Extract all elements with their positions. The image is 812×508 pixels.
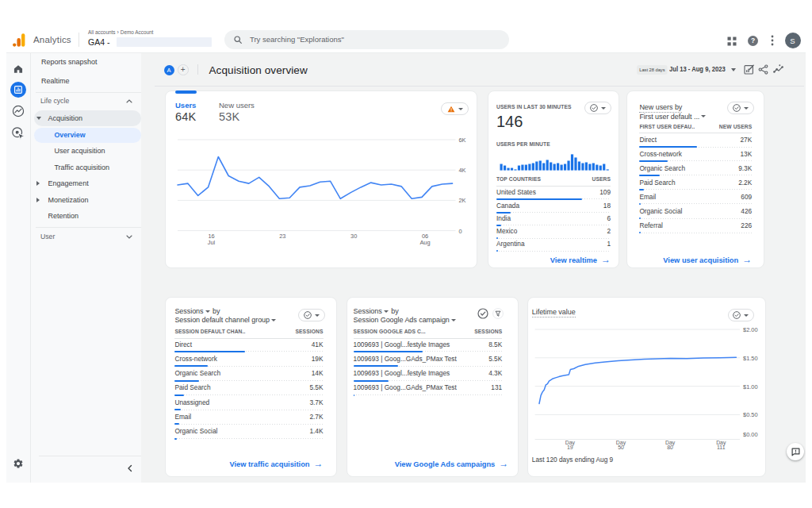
chevron-down-icon[interactable]	[126, 235, 132, 239]
filter-icon[interactable]	[492, 308, 504, 319]
table-row-value: 2.7K	[309, 413, 323, 421]
sidebar-item-label: Engagement	[48, 179, 89, 187]
table-row-label: Email	[639, 193, 656, 201]
view-user-acquisition-link[interactable]: View user acquisition →	[663, 255, 752, 266]
dimension-dropdown[interactable]: First user default ...	[639, 113, 707, 121]
sidebar-item-monetization[interactable]: Monetization	[31, 192, 141, 208]
add-comparison-button[interactable]: +	[178, 64, 189, 75]
feedback-button[interactable]	[787, 443, 804, 460]
check-circle-icon[interactable]	[477, 308, 488, 319]
settings-gear-icon[interactable]	[13, 458, 24, 469]
sidebar-item-reports-snapshot[interactable]: Reports snapshot	[31, 54, 141, 70]
table-row-label: Direct	[174, 341, 192, 348]
reports-icon[interactable]	[10, 82, 26, 98]
table-row-label: Paid Search	[639, 179, 675, 187]
metric-label: Sessions	[174, 307, 203, 315]
sidebar-item-life-cycle[interactable]: Life cycle	[31, 93, 141, 109]
share-icon[interactable]	[758, 64, 768, 75]
advertising-icon[interactable]	[12, 127, 25, 140]
page-title: Acquisition overview	[209, 64, 308, 76]
x-axis-label: Day50	[616, 441, 626, 451]
collapsed-arrow-icon[interactable]	[36, 198, 40, 202]
help-icon[interactable]: ?	[748, 36, 758, 46]
caret-down-icon	[384, 310, 389, 313]
data-quality-dropdown[interactable]	[298, 309, 325, 321]
table-col-header: SESSIONS	[474, 329, 502, 334]
left-icon-rail	[6, 53, 31, 483]
breadcrumb[interactable]: All accounts › Demo Account	[88, 29, 153, 35]
breadcrumb-account[interactable]: Demo Account	[121, 29, 154, 35]
x-axis-label: 16Jul	[208, 233, 215, 247]
table-row-value: 2.2K	[738, 179, 752, 187]
table-row-value: 13K	[740, 150, 752, 158]
dimension-dropdown[interactable]: Session Google Ads campaign	[354, 316, 457, 324]
table-row-bar	[174, 423, 179, 425]
table-row-value: 131	[491, 383, 502, 391]
x-axis-label: 30	[350, 233, 357, 241]
table-row-divider	[639, 189, 752, 190]
sessions-campaign-card: Sessions by Session Google Ads campaign …	[347, 297, 519, 477]
table-row-value: 9.3K	[738, 164, 752, 172]
table-row-divider	[496, 238, 611, 239]
chevron-up-icon[interactable]	[126, 99, 132, 103]
table-col-header: NEW USERS	[719, 124, 752, 129]
view-traffic-acquisition-link[interactable]: View traffic acquisition →	[229, 459, 323, 470]
data-quality-dropdown[interactable]	[727, 102, 754, 114]
table-row-divider	[496, 212, 611, 213]
table-row-label: United States	[496, 188, 536, 196]
table-row-value: 18	[603, 202, 611, 210]
table-row-bar	[354, 394, 355, 396]
breadcrumb-chevron-icon: ›	[117, 29, 118, 35]
sidebar-item-label: Traffic acquisition	[54, 164, 109, 171]
table-row-label: Organic Search	[174, 369, 220, 377]
y-axis-label: 2K	[459, 197, 466, 204]
view-google-ads-campaigns-link[interactable]: View Google Ads campaigns →	[395, 459, 509, 470]
metric-dropdown[interactable]: Sessions by	[174, 307, 220, 315]
sidebar-item-label: Realtime	[41, 77, 70, 85]
realtime-card: USERS IN LAST 30 MINUTES 146 USERS PER M…	[488, 90, 619, 268]
explore-icon[interactable]	[13, 106, 25, 117]
sidebar-item-acquisition[interactable]: Acquisition	[31, 110, 141, 126]
breadcrumb-all-accounts[interactable]: All accounts	[88, 29, 115, 35]
table-row-bar	[496, 212, 511, 214]
sidebar-item-overview[interactable]: Overview	[31, 127, 141, 143]
sidebar-item-user-acquisition[interactable]: User acquisition	[31, 143, 141, 159]
apps-grid-icon[interactable]	[727, 37, 737, 46]
sidebar-item-label: Monetization	[48, 196, 89, 204]
more-vert-icon[interactable]	[771, 35, 774, 46]
collapsed-arrow-icon[interactable]	[36, 181, 40, 186]
view-realtime-link[interactable]: View realtime →	[550, 255, 611, 266]
analytics-app: Analytics All accounts › Demo Account GA…	[6, 24, 806, 483]
sidebar-item-user[interactable]: User	[31, 229, 141, 244]
collapse-nav-icon[interactable]	[124, 463, 136, 474]
customize-report-icon[interactable]	[744, 64, 754, 75]
topbar-divider	[79, 33, 79, 47]
sidebar-item-retention[interactable]: Retention	[31, 208, 141, 224]
new-users-card: New users by First user default ... FIRS…	[626, 90, 764, 268]
sidebar-item-traffic-acquisition[interactable]: Traffic acquisition	[31, 160, 141, 175]
nav-bottom-divider	[39, 456, 142, 456]
table-row-bar	[354, 380, 389, 382]
sidebar-item-realtime[interactable]: Realtime	[31, 73, 141, 89]
property-selector[interactable]: GA4 -	[88, 37, 109, 47]
arrow-right-icon: →	[314, 458, 324, 469]
insights-icon[interactable]	[773, 64, 784, 75]
home-icon[interactable]	[13, 64, 23, 73]
metric-dropdown[interactable]: Sessions by	[354, 307, 399, 315]
table-row-label: 1009693 | Goog...GAds_PMax Test	[354, 355, 457, 363]
search-input[interactable]: Try searching "Explorations"	[224, 30, 509, 49]
new-users-by-label[interactable]: New users by	[639, 103, 682, 113]
table-row-value: 426	[741, 207, 752, 215]
dimension-dropdown[interactable]: Session default channel group	[174, 316, 277, 324]
google-analytics-logo-icon[interactable]	[13, 33, 25, 47]
sidebar-item-engagement[interactable]: Engagement	[31, 175, 141, 191]
table-row-bar	[174, 394, 184, 396]
check-circle-icon	[304, 311, 312, 319]
date-range-selector[interactable]: Jul 13 - Aug 9, 2023	[669, 64, 726, 73]
expanded-arrow-icon[interactable]	[36, 117, 41, 120]
account-avatar[interactable]: S	[785, 33, 801, 48]
table-row-divider	[174, 424, 323, 425]
table-row-value: 2	[607, 227, 611, 235]
report-collection-badge[interactable]: A	[164, 65, 174, 75]
table-row-label: Mexico	[496, 227, 517, 235]
